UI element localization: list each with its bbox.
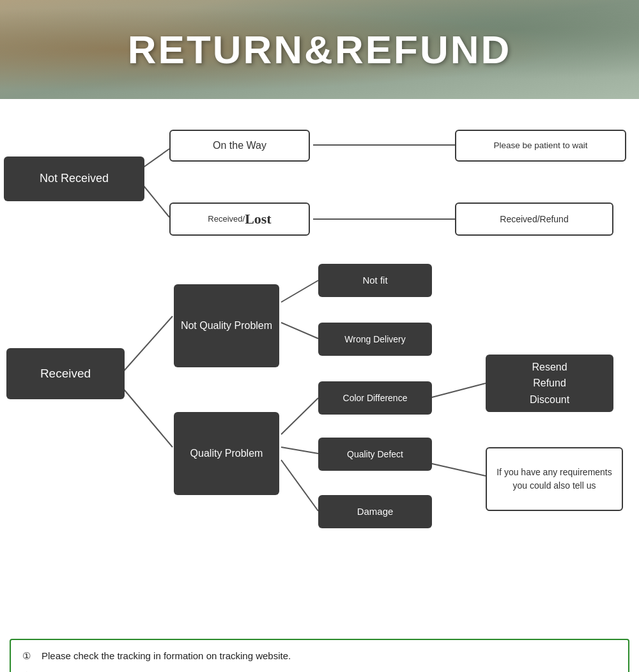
not-fit-node: Not fit xyxy=(318,264,432,297)
svg-line-1 xyxy=(141,182,169,217)
please-be-patient-node: Please be patient to wait xyxy=(455,130,626,162)
on-the-way-node: On the Way xyxy=(169,130,310,162)
svg-line-7 xyxy=(281,323,318,339)
note-text-1: Please check the tracking in formation o… xyxy=(42,649,291,664)
svg-line-9 xyxy=(281,447,318,454)
page-title: RETURN&REFUND xyxy=(128,27,511,72)
quality-problem-node: Quality Problem xyxy=(174,412,279,495)
svg-line-8 xyxy=(281,398,318,434)
note-num-2: ② xyxy=(22,669,39,673)
note-num-1: ① xyxy=(22,649,39,664)
color-difference-node: Color Difference xyxy=(318,381,432,415)
header: RETURN&REFUND xyxy=(0,0,639,99)
svg-line-12 xyxy=(429,463,486,476)
resend-refund-discount-node: Resend Refund Discount xyxy=(486,355,613,412)
svg-line-6 xyxy=(281,280,318,302)
note-text-2: Please contact us by meesage, e-mail, or… xyxy=(42,669,284,673)
diagram-area: Not Received On the Way Received/Lost Pl… xyxy=(0,99,639,629)
svg-line-11 xyxy=(429,383,486,398)
wrong-delivery-node: Wrong Delivery xyxy=(318,323,432,356)
received-node: Received xyxy=(6,348,125,399)
svg-line-4 xyxy=(121,316,173,374)
received-lost-node: Received/Lost xyxy=(169,202,310,236)
damage-node: Damage xyxy=(318,495,432,528)
note-item-2: ② Please contact us by meesage, e-mail, … xyxy=(22,669,617,673)
note-item-1: ① Please check the tracking in formation… xyxy=(22,649,617,664)
quality-defect-node: Quality Defect xyxy=(318,438,432,471)
svg-line-10 xyxy=(281,460,318,511)
notes-box: ① Please check the tracking in formation… xyxy=(10,639,629,672)
not-quality-problem-node: Not Quality Problem xyxy=(174,284,279,367)
not-received-node: Not Received xyxy=(4,157,144,201)
svg-line-0 xyxy=(141,149,169,169)
svg-line-5 xyxy=(121,386,173,447)
if-you-have-node: If you have any requirements you could a… xyxy=(486,447,623,511)
received-refund-node: Received/Refund xyxy=(455,202,613,236)
